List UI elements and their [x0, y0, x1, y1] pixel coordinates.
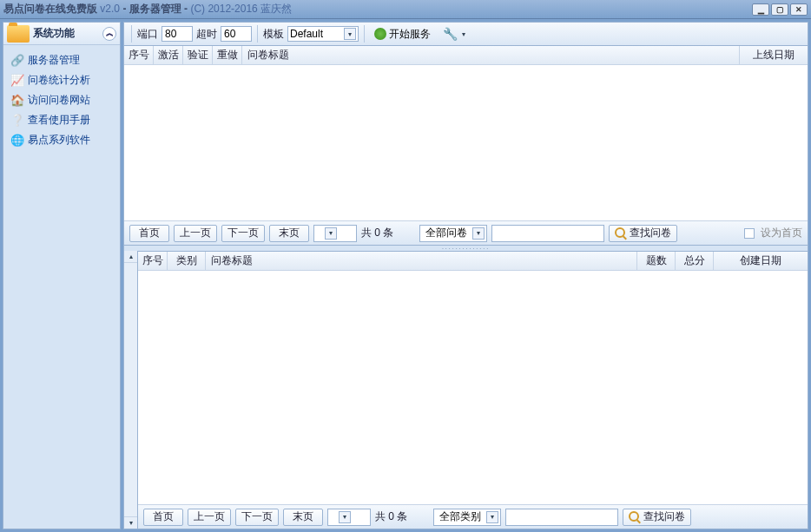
close-button[interactable]: ✕ [790, 3, 808, 16]
question-grid-panel: 序号 类别 问卷标题 题数 总分 创建日期 首页 上一页 下一页 末页 [137, 251, 808, 529]
col-seq[interactable]: 序号 [124, 46, 154, 64]
next-page-button[interactable]: 下一页 [221, 225, 265, 242]
search-input[interactable] [491, 225, 604, 242]
prev-page-button[interactable]: 上一页 [188, 509, 231, 526]
sidebar-title: 系统功能 [33, 26, 75, 41]
col-title[interactable]: 问卷标题 [242, 46, 740, 64]
server-icon: 🔗 [10, 54, 24, 68]
last-page-button[interactable]: 末页 [269, 225, 309, 242]
chevron-down-icon: ▾ [339, 511, 351, 523]
globe-icon: 🌐 [10, 134, 24, 148]
timeout-label: 超时 [196, 27, 217, 42]
sidebar-item-label: 访问问卷网站 [28, 93, 90, 108]
set-home-checkbox[interactable] [744, 228, 755, 239]
col-redo[interactable]: 重做 [213, 46, 242, 64]
search-icon [615, 227, 627, 240]
sidebar-item-server[interactable]: 🔗 服务器管理 [3, 50, 120, 70]
scroll-down-button[interactable]: ▾ [124, 516, 137, 529]
sidebar-item-label: 服务器管理 [28, 53, 80, 68]
sidebar-item-label: 问卷统计分析 [28, 73, 90, 88]
refresh-icon [374, 28, 386, 40]
filter-select[interactable]: 全部类别 ▾ [433, 509, 501, 526]
survey-grid-panel: 序号 激活 验证 重做 问卷标题 上线日期 首页 上一页 下一页 末页 ▾ [123, 46, 808, 246]
help-icon: ❔ [10, 114, 24, 128]
scroll-up-button[interactable]: ▴ [124, 251, 137, 263]
sidebar-item-manual[interactable]: ❔ 查看使用手册 [3, 110, 120, 130]
last-page-button[interactable]: 末页 [283, 509, 323, 526]
chevron-down-icon: ▾ [344, 28, 356, 40]
vertical-scrollbar[interactable]: ▴ ▾ [123, 251, 137, 529]
grid-body[interactable] [124, 65, 808, 220]
sidebar-item-website[interactable]: 🏠 访问问卷网站 [3, 90, 120, 110]
sidebar-item-label: 易点系列软件 [28, 133, 90, 148]
titlebar: 易点问卷在线免费版 v2.0 - 服务器管理 - (C) 2012-2016 蓝… [0, 0, 811, 19]
wrench-icon: 🔧 [443, 27, 458, 41]
chevron-down-icon: ▾ [462, 30, 465, 38]
total-label: 共 0 条 [375, 509, 407, 524]
col-created[interactable]: 创建日期 [714, 252, 808, 270]
sidebar-item-software[interactable]: 🌐 易点系列软件 [3, 130, 120, 150]
template-select[interactable]: Default ▾ [287, 26, 359, 42]
chevron-down-icon: ▾ [486, 511, 498, 523]
total-label: 共 0 条 [361, 226, 393, 240]
port-input[interactable] [162, 26, 193, 42]
col-qcount[interactable]: 题数 [637, 252, 676, 270]
col-activate[interactable]: 激活 [154, 46, 183, 64]
col-total-score[interactable]: 总分 [676, 252, 714, 270]
col-online-date[interactable]: 上线日期 [740, 46, 808, 64]
set-home-label: 设为首页 [761, 226, 802, 240]
prev-page-button[interactable]: 上一页 [174, 225, 217, 242]
start-service-button[interactable]: 开始服务 [370, 24, 435, 44]
chevron-down-icon: ▾ [472, 227, 485, 240]
folder-icon [7, 25, 30, 43]
window-title: 易点问卷在线免费版 v2.0 - 服务器管理 - (C) 2012-2016 蓝… [3, 2, 752, 16]
minimize-button[interactable]: ▁ [752, 3, 769, 16]
col-title[interactable]: 问卷标题 [206, 252, 637, 270]
port-label: 端口 [137, 27, 158, 42]
search-icon [629, 511, 641, 523]
stats-icon: 📈 [10, 74, 24, 88]
filter-select[interactable]: 全部问卷 ▾ [419, 225, 487, 242]
collapse-icon[interactable]: ︽ [102, 27, 116, 41]
chevron-down-icon: ▾ [325, 227, 337, 240]
grid-header: 序号 激活 验证 重做 问卷标题 上线日期 [124, 46, 808, 65]
col-category[interactable]: 类别 [168, 252, 206, 270]
page-select[interactable]: ▾ [327, 509, 371, 526]
first-page-button[interactable]: 首页 [129, 225, 169, 242]
search-button[interactable]: 查找问卷 [623, 509, 691, 526]
col-seq[interactable]: 序号 [138, 252, 168, 270]
toolbar: 端口 超时 模板 Default ▾ 开始服务 🔧 ▾ [123, 22, 808, 46]
sidebar-item-stats[interactable]: 📈 问卷统计分析 [3, 70, 120, 90]
search-input[interactable] [505, 509, 618, 526]
search-button[interactable]: 查找问卷 [609, 225, 677, 242]
timeout-input[interactable] [221, 26, 252, 42]
template-value: Default [290, 28, 323, 40]
template-label: 模板 [263, 27, 284, 42]
maximize-button[interactable]: ▢ [771, 3, 788, 16]
grid-body[interactable] [138, 271, 808, 504]
grid-header: 序号 类别 问卷标题 题数 总分 创建日期 [138, 252, 808, 271]
sidebar: 系统功能 ︽ 🔗 服务器管理 📈 问卷统计分析 🏠 访问问卷网站 ❔ [3, 22, 121, 529]
pagination-bar: 首页 上一页 下一页 末页 ▾ 共 0 条 [138, 504, 808, 529]
col-verify[interactable]: 验证 [183, 46, 213, 64]
sidebar-item-label: 查看使用手册 [28, 113, 90, 128]
page-select[interactable]: ▾ [313, 225, 357, 242]
pagination-bar: 首页 上一页 下一页 末页 ▾ 共 0 条 全部问卷 ▾ [124, 220, 808, 245]
tools-menu-button[interactable]: 🔧 ▾ [438, 24, 470, 43]
home-icon: 🏠 [10, 94, 24, 108]
sidebar-header[interactable]: 系统功能 ︽ [3, 23, 120, 45]
first-page-button[interactable]: 首页 [143, 509, 183, 526]
next-page-button[interactable]: 下一页 [235, 509, 279, 526]
